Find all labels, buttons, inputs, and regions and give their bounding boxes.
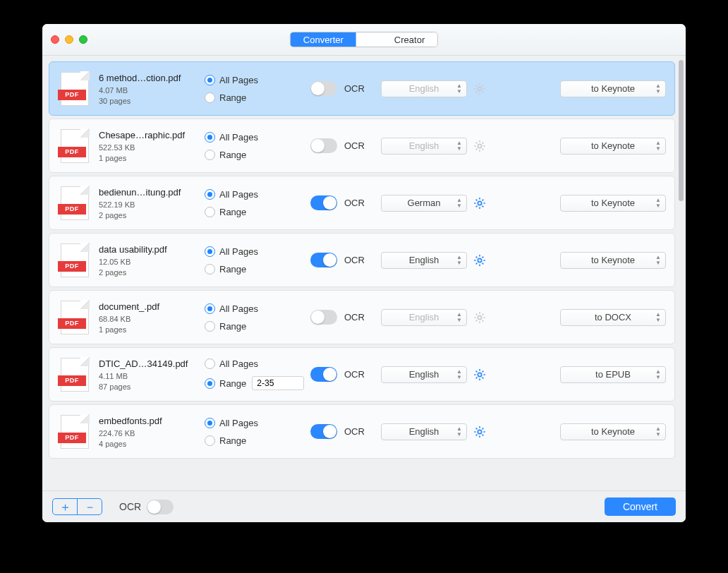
ocr-toggle[interactable] <box>310 81 337 96</box>
caret-icon: ▲▼ <box>456 140 462 152</box>
output-format-select[interactable]: to DOCX▲▼ <box>560 309 666 326</box>
pdf-file-icon: PDF <box>61 72 89 106</box>
radio-icon <box>205 189 215 200</box>
pdf-file-icon: PDF <box>61 415 89 449</box>
minimize-window-button[interactable] <box>65 35 73 44</box>
format-column: to Keynote▲▼ <box>560 80 666 97</box>
range-option[interactable]: Range <box>205 435 310 446</box>
ocr-toggle[interactable] <box>310 424 337 439</box>
range-option[interactable]: Range <box>205 150 310 160</box>
pdf-badge: PDF <box>58 147 86 157</box>
range-label: Range <box>219 92 246 103</box>
file-name: Chesape…raphic.pdf <box>99 130 205 140</box>
format-value: to Keynote <box>591 426 635 437</box>
convert-button[interactable]: Convert <box>605 497 676 516</box>
close-window-button[interactable] <box>51 35 59 44</box>
range-input[interactable] <box>252 376 304 390</box>
caret-icon: ▲▼ <box>655 426 661 438</box>
format-value: to Keynote <box>591 255 635 265</box>
ocr-settings-gear-icon[interactable] <box>473 425 487 439</box>
remove-file-button[interactable]: － <box>78 499 102 514</box>
format-value: to EPUB <box>595 369 631 380</box>
all-pages-option[interactable]: All Pages <box>205 132 310 143</box>
output-format-select[interactable]: to Keynote▲▼ <box>560 138 666 155</box>
file-row[interactable]: PDFChesape…raphic.pdf522.53 KB1 pagesAll… <box>49 119 675 173</box>
caret-icon: ▲▼ <box>456 312 462 323</box>
file-row[interactable]: PDFDTIC_AD…34149.pdf4.11 MB87 pagesAll P… <box>49 347 675 402</box>
output-format-select[interactable]: to Keynote▲▼ <box>560 80 666 97</box>
ocr-label: OCR <box>344 312 365 322</box>
all-pages-option[interactable]: All Pages <box>205 303 310 314</box>
range-label: Range <box>219 435 246 446</box>
ocr-settings-gear-icon[interactable] <box>473 368 487 382</box>
file-list: PDF6 method…ction.pdf4.07 MB30 pagesAll … <box>42 56 677 490</box>
output-format-select[interactable]: to Keynote▲▼ <box>560 423 666 440</box>
ocr-settings-gear-icon[interactable] <box>473 253 487 267</box>
file-size: 224.76 KB <box>99 429 205 438</box>
scrollbar-thumb[interactable] <box>679 60 684 201</box>
file-pagecount: 1 pages <box>99 325 205 334</box>
radio-icon <box>205 435 215 446</box>
ocr-toggle[interactable] <box>310 195 337 210</box>
svg-point-6 <box>478 430 481 433</box>
ocr-settings-gear-icon <box>473 139 487 153</box>
tab-creator[interactable]: Creator <box>382 32 437 47</box>
format-column: to Keynote▲▼ <box>560 195 666 212</box>
ocr-toggle[interactable] <box>310 253 337 267</box>
global-ocr-control: OCR <box>119 500 174 514</box>
language-select[interactable]: English▲▼ <box>381 252 467 269</box>
file-row[interactable]: PDFdocument_.pdf68.84 KB1 pagesAll Pages… <box>49 290 675 344</box>
ocr-toggle[interactable] <box>310 367 337 382</box>
all-pages-option[interactable]: All Pages <box>205 246 310 257</box>
radio-icon <box>205 150 215 160</box>
pdf-badge: PDF <box>58 433 86 443</box>
file-meta: bedienun…itung.pdf522.19 KB2 pages <box>99 187 205 219</box>
pdf-badge: PDF <box>58 261 86 272</box>
page-selection: All PagesRange <box>205 75 310 103</box>
language-select[interactable]: English▲▼ <box>381 423 467 440</box>
range-option[interactable]: Range <box>205 92 310 103</box>
language-select[interactable]: English▲▼ <box>381 366 467 383</box>
radio-icon <box>205 303 215 314</box>
range-option[interactable]: Range <box>205 376 310 390</box>
ocr-settings-gear-icon[interactable] <box>473 196 487 210</box>
fullscreen-window-button[interactable] <box>79 35 87 44</box>
radio-icon <box>205 378 215 389</box>
page-selection: All PagesRange <box>205 189 310 217</box>
all-pages-option[interactable]: All Pages <box>205 75 310 85</box>
file-row[interactable]: PDFembedfonts.pdf224.76 KB4 pagesAll Pag… <box>49 404 675 459</box>
tab-converter[interactable]: Converter <box>291 32 356 47</box>
svg-point-0 <box>478 87 481 90</box>
output-format-select[interactable]: to Keynote▲▼ <box>560 252 666 269</box>
range-option[interactable]: Range <box>205 321 310 332</box>
ocr-settings-gear-icon <box>473 82 487 96</box>
all-pages-option[interactable]: All Pages <box>205 358 310 369</box>
language-select[interactable]: German▲▼ <box>381 195 467 212</box>
file-pagecount: 30 pages <box>99 97 205 105</box>
ocr-toggle[interactable] <box>310 310 337 325</box>
all-pages-option[interactable]: All Pages <box>205 189 310 200</box>
format-column: to Keynote▲▼ <box>560 252 666 269</box>
add-file-button[interactable]: ＋ <box>53 499 77 514</box>
output-format-select[interactable]: to Keynote▲▼ <box>560 195 666 212</box>
output-format-select[interactable]: to EPUB▲▼ <box>560 366 666 383</box>
pdf-file-icon: PDF <box>61 129 89 163</box>
range-option[interactable]: Range <box>205 264 310 275</box>
all-pages-label: All Pages <box>219 132 258 143</box>
svg-point-3 <box>478 258 481 262</box>
file-row[interactable]: PDFdata usability.pdf12.05 KB2 pagesAll … <box>49 233 675 287</box>
language-column: German▲▼ <box>381 195 487 212</box>
file-name: bedienun…itung.pdf <box>99 187 205 198</box>
global-ocr-toggle[interactable] <box>147 500 174 514</box>
file-row[interactable]: PDFbedienun…itung.pdf522.19 KB2 pagesAll… <box>49 176 675 230</box>
radio-icon <box>205 246 215 257</box>
caret-icon: ▲▼ <box>655 255 661 266</box>
ocr-toggle[interactable] <box>310 138 337 153</box>
file-name: embedfonts.pdf <box>99 416 205 426</box>
language-column: English▲▼ <box>381 366 487 383</box>
range-option[interactable]: Range <box>205 207 310 217</box>
all-pages-option[interactable]: All Pages <box>205 418 310 428</box>
radio-icon <box>205 358 215 369</box>
file-row[interactable]: PDF6 method…ction.pdf4.07 MB30 pagesAll … <box>49 61 675 116</box>
ocr-column: OCR <box>310 253 381 267</box>
